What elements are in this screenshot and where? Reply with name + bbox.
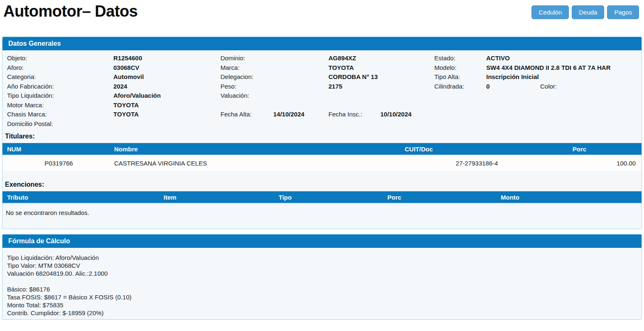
dominio-value: AG894XZ	[328, 54, 356, 62]
chasis-marca-label: Chasis Marca:	[7, 111, 47, 118]
exenciones-col-monto: Monto	[496, 191, 642, 204]
formula-line: Básico: $86176	[7, 285, 642, 293]
formula-line-blank	[7, 277, 642, 285]
dominio-label: Dominio:	[220, 54, 245, 62]
exenciones-col-item: Item	[159, 191, 274, 204]
cilindrada-value: 0	[486, 83, 490, 90]
exenciones-title: Exenciones:	[2, 181, 642, 188]
formula-line: Tipo Valor: MTM 03068CV	[7, 262, 642, 269]
tipo-alta-value: Inscripción Inicial	[486, 73, 539, 80]
titular-nombre: CASTRESANA VIRGINIA CELES	[110, 156, 295, 171]
action-buttons: Cedulón Deuda Pagos	[531, 5, 639, 19]
categoria-value: Automovil	[113, 73, 144, 80]
objeto-value: R1254600	[113, 54, 142, 62]
color-label: Color:	[540, 83, 557, 90]
marca-label: Marca:	[220, 64, 240, 71]
tipo-liquidacion-value: Aforo/Valuación	[113, 92, 161, 99]
exenciones-table-header: Tributo Item Tipo Porc Monto	[2, 191, 642, 204]
marca-value: TOYOTA	[328, 64, 354, 71]
motor-marca-value: TOYOTA	[113, 101, 139, 109]
modelo-label: Modelo:	[434, 64, 456, 71]
formula-line: Monto Total: $75835	[7, 301, 642, 309]
titular-cuit: 27-27933186-4	[295, 156, 542, 171]
fecha-alta-value: 14/10/2024	[273, 111, 304, 118]
anio-fabricacion-label: Año Fabricación:	[7, 83, 54, 90]
formula-header: Fórmula de Cálculo	[2, 235, 642, 248]
titulares-col-cuit: CUIT/Doc	[295, 143, 542, 156]
objeto-label: Objeto:	[7, 54, 27, 62]
tipo-liquidacion-label: Tipo Liquidación:	[7, 92, 54, 99]
deuda-button[interactable]: Deuda	[572, 5, 604, 19]
anio-fabricacion-value: 2024	[113, 83, 127, 90]
page-title: Automotor– Datos	[3, 2, 137, 20]
titulares-table-header: NUM Nombre CUIT/Doc Porc	[2, 143, 642, 156]
domicilio-postal-label: Domicilio Postal:	[7, 120, 53, 127]
cilindrada-label: Cilindrada:	[434, 83, 464, 90]
cedulon-button[interactable]: Cedulón	[531, 5, 569, 19]
titulares-table-row: P0319766 CASTRESANA VIRGINIA CELES 27-27…	[2, 156, 642, 171]
exenciones-col-tipo: Tipo	[274, 191, 383, 204]
formula-line: Valuación 68204819.00. Alic.:2.1000	[7, 269, 642, 277]
titulares-col-num: NUM	[2, 143, 110, 156]
fecha-insc-label: Fecha Insc.:	[328, 111, 362, 118]
delegacion-value: CORDOBA N° 13	[328, 73, 378, 80]
exenciones-empty-message: No se encontraron resultados.	[2, 204, 642, 229]
datos-generales-header: Datos Generales	[2, 37, 642, 50]
valuacion-label: Valuación:	[220, 92, 249, 99]
titular-porc: 100.00	[542, 156, 642, 171]
fecha-alta-label: Fecha Alta:	[220, 111, 252, 118]
formula-card: Fórmula de Cálculo Tipo Liquidación: Afo…	[2, 234, 642, 320]
titular-num: P0319766	[2, 156, 110, 171]
titulares-title: Titulares:	[2, 133, 642, 140]
datos-generales-card: Datos Generales Objeto: R1254600 Aforo: …	[2, 37, 642, 229]
formula-body: Tipo Liquidación: Aforo/Valuación Tipo V…	[2, 248, 642, 319]
exenciones-col-porc: Porc	[383, 191, 496, 204]
aforo-label: Aforo:	[7, 64, 24, 71]
fecha-insc-value: 10/10/2024	[380, 111, 411, 118]
exenciones-col-tributo: Tributo	[2, 191, 159, 204]
modelo-value: SW4 4X4 DIAMOND II 2.8 TDI 6 AT 7A HAR	[486, 64, 611, 71]
top-bar: Automotor– Datos Cedulón Deuda Pagos	[0, 0, 644, 37]
datos-generales-grid: Objeto: R1254600 Aforo: 03068CV Categori…	[2, 50, 642, 130]
formula-line: Tasa FOSIS: $8617 = Básico X FOSIS (0.10…	[7, 293, 642, 301]
chasis-marca-value: TOYOTA	[113, 111, 139, 118]
pagos-button[interactable]: Pagos	[607, 5, 639, 19]
delegacion-label: Delegacion:	[220, 73, 253, 80]
estado-label: Estado:	[434, 54, 455, 62]
estado-value: ACTIVO	[486, 54, 510, 62]
categoria-label: Categoria:	[7, 73, 36, 80]
formula-line: Contrib. Cumplidor: $-18959 (20%)	[7, 309, 642, 317]
peso-value: 2175	[328, 83, 342, 90]
formula-line: Tipo Liquidación: Aforo/Valuación	[7, 254, 642, 262]
aforo-value: 03068CV	[113, 64, 140, 71]
tipo-alta-label: Tipo Alta:	[434, 73, 460, 80]
datos-generales-body: Objeto: R1254600 Aforo: 03068CV Categori…	[2, 50, 642, 229]
motor-marca-label: Motor Marca:	[7, 101, 44, 109]
peso-label: Peso:	[220, 83, 236, 90]
titulares-col-nombre: Nombre	[110, 143, 295, 156]
titulares-col-porc: Porc	[542, 143, 642, 156]
